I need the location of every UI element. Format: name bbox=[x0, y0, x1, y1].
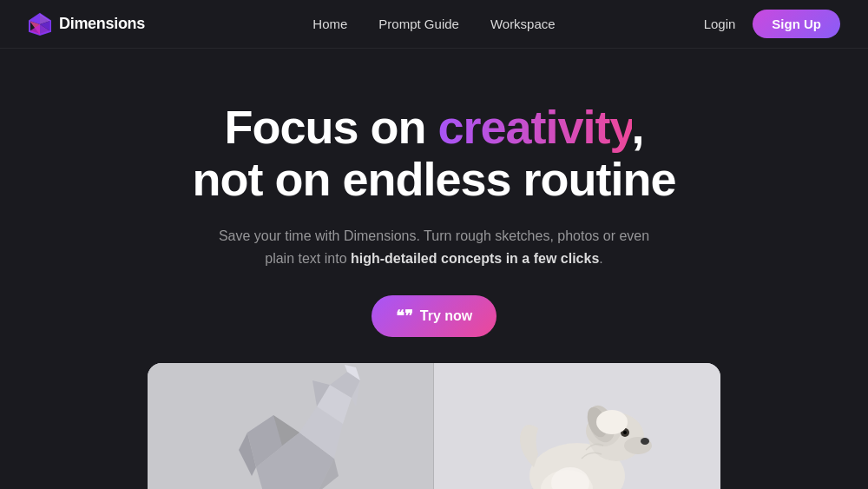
login-button[interactable]: Login bbox=[704, 17, 736, 31]
nav-actions: Login Sign Up bbox=[704, 10, 840, 38]
low-poly-dog-container bbox=[148, 363, 434, 489]
logo-text: Dimensions bbox=[59, 15, 145, 33]
nav-workspace[interactable]: Workspace bbox=[490, 17, 556, 31]
hero-image-comparison bbox=[148, 363, 720, 489]
hero-title-highlight: creativity bbox=[437, 101, 631, 153]
try-now-icon: ❝❞ bbox=[396, 307, 413, 326]
try-now-label: Try now bbox=[420, 308, 472, 324]
realistic-dog-container bbox=[434, 363, 720, 489]
signup-button[interactable]: Sign Up bbox=[753, 10, 840, 38]
svg-point-27 bbox=[641, 438, 649, 445]
logo[interactable]: Dimensions bbox=[28, 12, 145, 36]
nav-links: Home Prompt Guide Workspace bbox=[312, 17, 555, 31]
hero-title-line2: not on endless routine bbox=[192, 153, 675, 205]
hero-subtitle-bold: high-detailed concepts in a few clicks bbox=[351, 251, 599, 266]
try-now-button[interactable]: ❝❞ Try now bbox=[372, 295, 496, 337]
svg-point-32 bbox=[596, 410, 628, 434]
low-poly-dog-svg bbox=[204, 363, 378, 489]
nav-home[interactable]: Home bbox=[312, 17, 347, 31]
hero-title: Focus on creativity, not on endless rout… bbox=[192, 101, 675, 206]
nav-prompt-guide[interactable]: Prompt Guide bbox=[378, 17, 459, 31]
logo-icon bbox=[28, 12, 52, 36]
navbar: Dimensions Home Prompt Guide Workspace L… bbox=[0, 0, 868, 49]
hero-subtitle: Save your time with Dimensions. Turn rou… bbox=[208, 225, 660, 271]
hero-subtitle-plain2: . bbox=[599, 251, 602, 266]
realistic-dog-svg bbox=[490, 363, 664, 489]
hero-section: Focus on creativity, not on endless rout… bbox=[0, 49, 868, 489]
hero-title-prefix: Focus on bbox=[224, 101, 437, 153]
svg-point-29 bbox=[623, 431, 627, 434]
hero-title-suffix: , bbox=[632, 101, 644, 153]
